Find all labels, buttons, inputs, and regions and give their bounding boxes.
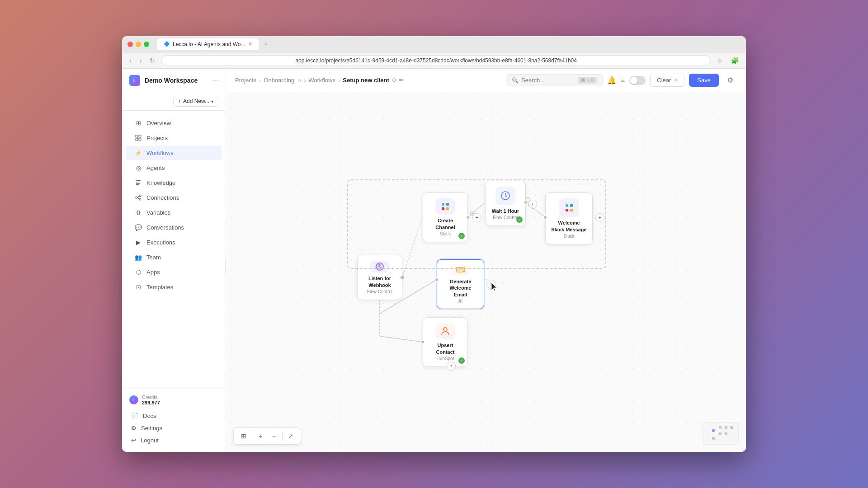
browser-tab[interactable]: 🔷 Lecca.io - AI Agents and Wo... ✕ (157, 38, 259, 50)
svg-rect-21 (566, 209, 568, 211)
zoom-out-button[interactable]: − (269, 431, 279, 441)
sidebar-item-templates[interactable]: ⊡ Templates (126, 280, 222, 294)
svg-line-28 (402, 217, 423, 277)
browser-addressbar: ‹ › ↻ app.lecca.io/projects/e5d6141d-9d5… (122, 52, 746, 69)
sidebar-item-overview[interactable]: ⊞ Overview (126, 116, 222, 130)
templates-icon: ⊡ (135, 283, 142, 291)
create-channel-check: ✓ (458, 233, 465, 239)
add-after-generate-email-button[interactable]: + (486, 280, 495, 289)
sidebar-item-docs[interactable]: 📄 Docs (129, 410, 218, 422)
sidebar-item-conversations[interactable]: 💬 Conversations (126, 220, 222, 235)
node-create-channel[interactable]: Create Channel Slack ✓ (423, 192, 468, 242)
svg-rect-14 (442, 203, 444, 206)
workspace-name: Demo Workspace (145, 77, 198, 84)
svg-rect-0 (136, 135, 138, 137)
listen-webhook-icon (370, 261, 390, 272)
minimize-window-button[interactable] (136, 42, 141, 47)
conversations-icon: 💬 (135, 224, 142, 231)
close-window-button[interactable] (127, 42, 133, 47)
new-tab-button[interactable]: + (264, 40, 268, 48)
sidebar-item-apps[interactable]: ⬡ Apps (126, 265, 222, 279)
sidebar-item-team[interactable]: 👥 Team (126, 250, 222, 264)
zoom-controls: ⊞ + − ⤢ (233, 427, 301, 445)
address-bar[interactable]: app.lecca.io/projects/e5d6141d-9d59-4cd1… (161, 55, 711, 66)
settings-icon: ⚙ (131, 425, 137, 432)
svg-rect-5 (136, 182, 140, 183)
team-icon: 👥 (135, 253, 142, 261)
breadcrumb-projects[interactable]: Projects (235, 77, 256, 84)
main-content: Projects › Onboarding ⊙ › Workflows › Se… (226, 69, 746, 452)
back-button[interactable]: ‹ (127, 56, 133, 65)
bookmark-button[interactable]: ☆ (715, 56, 725, 65)
add-after-wait-button[interactable]: + (528, 200, 537, 209)
svg-point-26 (443, 328, 447, 331)
search-bar[interactable]: 🔍 ⌘ + K (506, 74, 603, 86)
sidebar-item-variables[interactable]: {} Variables (126, 205, 222, 220)
connections-icon (135, 194, 142, 201)
listen-webhook-title: Listen for Webhook (363, 275, 396, 288)
credits-section: L Credits 299,977 (129, 394, 218, 405)
credits-icon: L (129, 395, 138, 404)
fullscreen-button[interactable]: ⤢ (285, 431, 296, 441)
svg-rect-20 (570, 204, 573, 207)
sidebar-item-executions[interactable]: ▶ Executions (126, 235, 222, 249)
edit-title-icon[interactable]: ✏ (399, 77, 404, 84)
connections-svg (226, 92, 746, 452)
clear-x-icon: ✕ (674, 77, 678, 83)
svg-rect-7 (136, 184, 139, 185)
breadcrumb-workflows[interactable]: Workflows (308, 77, 335, 84)
sidebar-item-settings[interactable]: ⚙ Settings (129, 422, 218, 434)
traffic-lights (127, 42, 149, 47)
wait-check: ✓ (516, 216, 523, 223)
current-dropdown-icon[interactable]: ⊙ (392, 77, 396, 83)
workspace-options-icon[interactable]: ⋯ (212, 77, 218, 84)
mini-map-dot-5 (719, 432, 722, 435)
node-welcome-slack[interactable]: Welcome Slack Message Slack (545, 192, 593, 244)
refresh-button[interactable]: ↻ (148, 56, 157, 65)
sidebar-item-knowledge[interactable]: Knowledge (126, 175, 222, 190)
breadcrumb-current: Setup new client ⊙ ✏ (343, 77, 404, 84)
node-upsert-contact[interactable]: Upsert Contact HubSpot ✓ (423, 317, 468, 367)
canvas-area[interactable]: Listen for Webhook Flow Control (226, 92, 746, 452)
breadcrumb-sep-3: › (338, 77, 340, 84)
sidebar-header: L Demo Workspace ⋯ (122, 69, 226, 92)
add-after-welcome-slack-button[interactable]: + (595, 213, 604, 222)
clear-button[interactable]: Clear ✕ (650, 74, 684, 87)
save-button[interactable]: Save (689, 74, 719, 87)
workflow-toggle[interactable] (629, 76, 646, 85)
filter-icon[interactable]: ≡ (621, 76, 625, 84)
extensions-button[interactable]: 🧩 (729, 56, 741, 65)
sidebar-item-agents[interactable]: ◎ Agents (126, 160, 222, 175)
sidebar-item-projects[interactable]: Projects (126, 131, 222, 145)
executions-icon: ▶ (135, 239, 142, 246)
zoom-divider-2 (282, 432, 283, 440)
sidebar-item-logout[interactable]: ↩ Logout (129, 434, 218, 446)
node-generate-email[interactable]: Generate Welcome Email AI (437, 259, 484, 309)
sidebar-footer: L Credits 299,977 📄 Docs ⚙ Settings ↩ L (122, 389, 226, 452)
add-icon: + (178, 98, 181, 104)
apps-icon: ⬡ (135, 268, 142, 276)
browser-titlebar: 🔷 Lecca.io - AI Agents and Wo... ✕ + (122, 36, 746, 52)
search-input[interactable] (521, 77, 576, 84)
forward-button[interactable]: › (138, 56, 144, 65)
app-container: L Demo Workspace ⋯ + Add New... ▾ ⊞ Over… (122, 69, 746, 452)
svg-rect-19 (566, 204, 568, 207)
breadcrumb-onboarding[interactable]: Onboarding ⊙ (264, 77, 301, 84)
add-between-create-wait-button[interactable]: + (472, 213, 481, 222)
welcome-slack-subtitle: Slack (563, 234, 574, 239)
add-after-upsert-button[interactable]: + (447, 361, 456, 371)
node-wait-1-hour[interactable]: Wait 1 Hour Flow Control ✓ (485, 181, 526, 226)
notification-bell-icon[interactable]: 🔔 (607, 76, 616, 84)
sidebar-item-workflows[interactable]: ⚡ Workflows (126, 145, 222, 160)
tab-close-button[interactable]: ✕ (248, 41, 252, 47)
zoom-in-button[interactable]: + (255, 431, 266, 441)
sidebar-item-connections[interactable]: Connections (126, 190, 222, 205)
mini-map-dot-1 (712, 429, 715, 432)
workflow-settings-button[interactable]: ⚙ (723, 74, 737, 87)
zoom-divider-1 (252, 432, 252, 440)
maximize-window-button[interactable] (144, 42, 149, 47)
svg-rect-6 (136, 183, 140, 184)
node-listen-webhook[interactable]: Listen for Webhook Flow Control (357, 255, 402, 300)
fit-zoom-button[interactable]: ⊞ (238, 431, 249, 441)
add-new-button[interactable]: + Add New... ▾ (173, 96, 218, 107)
